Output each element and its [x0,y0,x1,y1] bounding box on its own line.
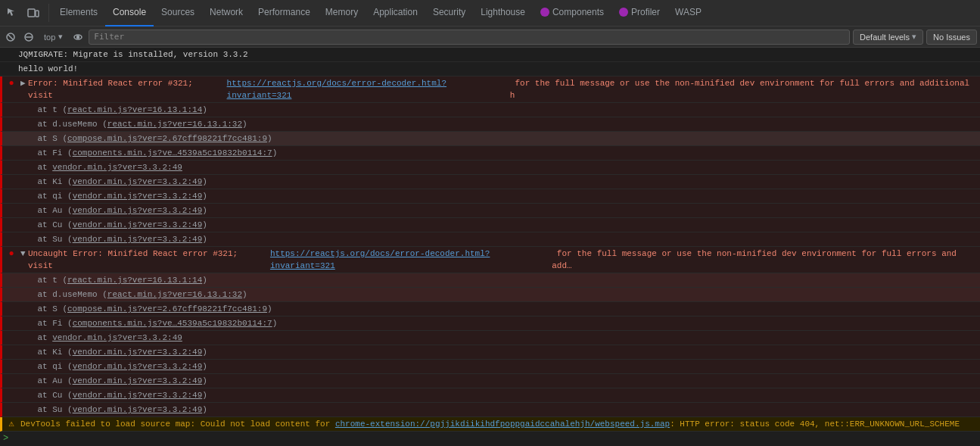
console-prompt-input[interactable] [11,434,977,444]
svg-rect-0 [28,9,35,17]
svg-rect-1 [36,11,39,17]
warning-icon-1: ⚠ [5,418,17,430]
expand-arrow-1[interactable]: ▶ [20,77,28,89]
console-error-react-1[interactable]: ● ▶ Error: Minified React error #321; vi… [0,76,980,103]
filter-input[interactable] [89,30,850,45]
expand-arrow-2[interactable]: ▼ [20,248,28,260]
error-link-2[interactable]: https://reactjs.org/docs/error-decoder.h… [270,248,552,272]
tab-console[interactable]: Console [105,0,154,27]
console-error-react-uncaught[interactable]: ● ▼ Uncaught Error: Minified React error… [0,247,980,273]
stack-line-u7: at qi (vendor.min.js?ver=3.3.2:49) [0,360,980,374]
stack-line-4: at Fi (components.min.js?ve…4539a5c19832… [0,146,980,161]
file-link-u8[interactable]: vendor.min.js?ver=3.3.2:49 [73,376,203,385]
block-requests-icon[interactable] [21,30,36,45]
stack-line-2: at d.useMemo (react.min.js?ver=16.13.1:3… [0,117,980,132]
file-link-u2[interactable]: react.min.js?ver=16.13.1:32 [107,290,242,299]
stack-line-u3: at S (compose.min.js?ver=2.67cff98221f7c… [0,302,980,317]
file-link-1[interactable]: react.min.js?ver=16.13.1:14 [67,105,202,114]
eye-icon[interactable] [70,30,86,45]
file-link-6[interactable]: vendor.min.js?ver=3.3.2:49 [73,177,203,186]
tab-components[interactable]: Components [533,0,611,27]
tab-profiler[interactable]: Profiler [611,0,667,27]
tab-performance[interactable]: Performance [250,0,318,27]
stack-line-6: at Ki (vendor.min.js?ver=3.3.2:49) [0,175,980,189]
clear-console-icon[interactable] [3,30,18,45]
file-link-2[interactable]: react.min.js?ver=16.13.1:32 [107,120,242,129]
file-link-10[interactable]: vendor.min.js?ver=3.3.2:49 [73,235,203,244]
file-link-u4[interactable]: components.min.js?ve…4539a5c19832b0114:7 [73,319,272,328]
console-log-jqmigrate: JQMIGRATE: Migrate is installed, version… [0,48,980,62]
devtools-icon-group [3,4,49,22]
stack-line-7: at qi (vendor.min.js?ver=3.3.2:49) [0,189,980,204]
tab-wasp[interactable]: WASP [667,0,709,27]
svg-line-3 [8,35,13,39]
tab-application[interactable]: Application [366,0,425,27]
svg-point-7 [77,36,79,38]
stack-line-u6: at Ki (vendor.min.js?ver=3.3.2:49) [0,345,980,360]
device-toggle-icon[interactable] [24,4,42,22]
console-output: JQMIGRATE: Migrate is installed, version… [0,48,980,446]
context-chevron-icon: ▾ [58,32,63,42]
prompt-icon: > [3,433,8,444]
stack-line-10: at Su (vendor.min.js?ver=3.3.2:49) [0,232,980,247]
sourcemap-link[interactable]: chrome-extension://pgjjikdiikihdfpoppgai… [335,418,670,430]
file-link-u6[interactable]: vendor.min.js?ver=3.3.2:49 [73,348,203,357]
file-link-u7[interactable]: vendor.min.js?ver=3.3.2:49 [73,362,203,371]
stack-line-1: at t (react.min.js?ver=16.13.1:14) [0,103,980,117]
error-icon-2: ● [5,248,17,260]
file-link-8[interactable]: vendor.min.js?ver=3.3.2:49 [73,206,203,215]
no-issues-button[interactable]: No Issues [926,30,977,45]
error-icon-1: ● [5,77,17,89]
tab-sources[interactable]: Sources [154,0,202,27]
context-selector[interactable]: top ▾ [39,30,67,43]
tab-elements[interactable]: Elements [52,0,105,27]
devtools-tab-bar: Elements Console Sources Network Perform… [0,0,980,27]
stack-line-u4: at Fi (components.min.js?ve…4539a5c19832… [0,317,980,331]
console-toolbar: top ▾ Default levels ▾ No Issues [0,27,980,48]
tab-memory[interactable]: Memory [318,0,366,27]
default-levels-button[interactable]: Default levels ▾ [853,30,923,45]
stack-line-8: at Au (vendor.min.js?ver=3.3.2:49) [0,204,980,218]
console-warning-sourcemap: ⚠ DevTools failed to load source map: Co… [0,417,980,432]
levels-chevron-icon: ▾ [912,32,916,42]
file-link-u1[interactable]: react.min.js?ver=16.13.1:14 [67,276,202,285]
console-prompt[interactable]: > [0,432,980,445]
stack-line-u1: at t (react.min.js?ver=16.13.1:14) [0,273,980,288]
stack-line-u5: at vendor.min.js?ver=3.3.2:49 [0,331,980,345]
profiler-dot-icon [619,8,628,17]
stack-line-5: at vendor.min.js?ver=3.3.2:49 [0,161,980,175]
file-link-4[interactable]: components.min.js?ve…4539a5c19832b0114:7 [73,148,272,158]
stack-line-3: at S (compose.min.js?ver=2.67cff98221f7c… [0,132,980,146]
console-log-hello: hello world! [0,62,980,76]
file-link-5[interactable]: vendor.min.js?ver=3.3.2:49 [52,163,182,172]
stack-line-u2: at d.useMemo (react.min.js?ver=16.13.1:3… [0,288,980,302]
stack-line-u10: at Su (vendor.min.js?ver=3.3.2:49) [0,403,980,417]
components-dot-icon [540,8,549,17]
tab-security[interactable]: Security [425,0,473,27]
file-link-u9[interactable]: vendor.min.js?ver=3.3.2:49 [73,391,203,400]
tab-lighthouse[interactable]: Lighthouse [473,0,533,27]
stack-line-u8: at Au (vendor.min.js?ver=3.3.2:49) [0,374,980,388]
tab-network[interactable]: Network [202,0,250,27]
file-link-u5[interactable]: vendor.min.js?ver=3.3.2:49 [52,333,182,342]
error-link-1[interactable]: https://reactjs.org/docs/error-decoder.h… [227,77,510,101]
file-link-3[interactable]: compose.min.js?ver=2.67cff98221f7cc481:9 [67,134,267,143]
inspect-icon[interactable] [3,4,21,22]
file-link-7[interactable]: vendor.min.js?ver=3.3.2:49 [73,192,203,201]
stack-line-9: at Cu (vendor.min.js?ver=3.3.2:49) [0,218,980,232]
file-link-u10[interactable]: vendor.min.js?ver=3.3.2:49 [73,405,203,414]
file-link-9[interactable]: vendor.min.js?ver=3.3.2:49 [73,220,203,229]
file-link-u3[interactable]: compose.min.js?ver=2.67cff98221f7cc481:9 [67,304,267,313]
stack-line-u9: at Cu (vendor.min.js?ver=3.3.2:49) [0,388,980,403]
